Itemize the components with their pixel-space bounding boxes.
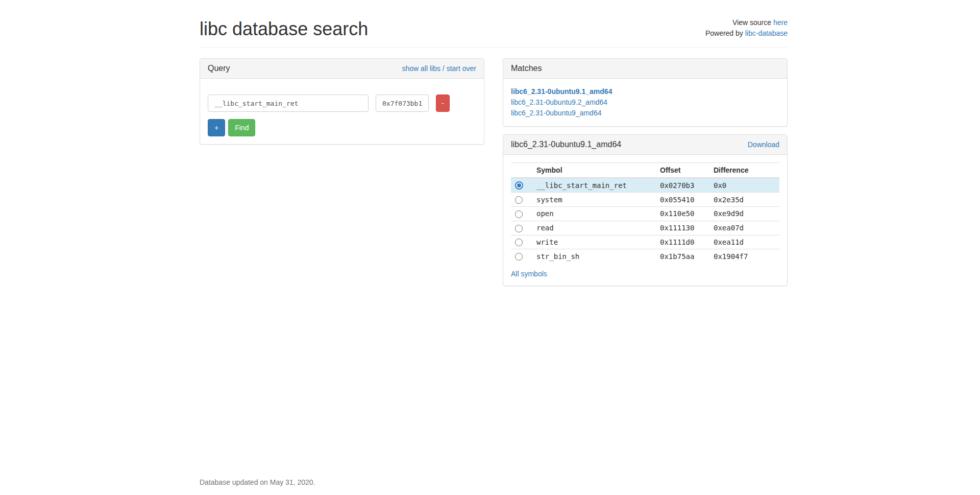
- source-info: View source here Powered by libc-databas…: [705, 10, 788, 47]
- all-symbols-line: All symbols: [511, 270, 779, 278]
- query-panel-links: show all libs / start over: [402, 64, 476, 73]
- query-column: Query show all libs / start over - + Fin…: [200, 58, 484, 152]
- powered-by-line: Powered by libc-database: [705, 28, 788, 39]
- page-title: libc database search: [200, 18, 368, 40]
- footer-text: Database updated on May 31, 2020.: [200, 478, 315, 486]
- offset-column-header: Offset: [657, 163, 711, 178]
- match-item[interactable]: libc6_2.31-0ubuntu9.2_amd64: [511, 97, 779, 108]
- symbol-cell: __libc_start_main_ret: [534, 178, 657, 193]
- header-divider: [200, 47, 788, 48]
- add-row-button[interactable]: +: [208, 119, 225, 136]
- symbol-cell: str_bin_sh: [534, 249, 657, 263]
- offset-cell: 0x111130: [657, 221, 711, 235]
- matches-panel-body: libc6_2.31-0ubuntu9.1_amd64 libc6_2.31-0…: [503, 79, 787, 126]
- powered-by-text: Powered by: [705, 29, 745, 37]
- radio-button[interactable]: [515, 181, 523, 190]
- radio-column-header: [511, 163, 534, 178]
- symbols-table-header-row: Symbol Offset Difference: [511, 163, 779, 178]
- radio-button[interactable]: [515, 225, 523, 232]
- query-panel-heading: Query show all libs / start over: [200, 59, 484, 79]
- start-over-link[interactable]: start over: [447, 64, 476, 73]
- query-panel-body: - + Find: [200, 79, 484, 144]
- download-link[interactable]: Download: [748, 140, 779, 149]
- symbol-cell: open: [534, 207, 657, 221]
- radio-button[interactable]: [515, 253, 523, 261]
- match-item[interactable]: libc6_2.31-0ubuntu9.1_amd64: [511, 86, 779, 97]
- query-panel-title: Query: [208, 64, 230, 73]
- difference-cell: 0x1904f7: [711, 249, 779, 263]
- offset-cell: 0x1111d0: [657, 235, 711, 249]
- libc-detail-panel: libc6_2.31-0ubuntu9.1_amd64 Download Sym…: [503, 134, 788, 286]
- difference-cell: 0x0: [711, 178, 779, 193]
- difference-column-header: Difference: [711, 163, 779, 178]
- symbol-row[interactable]: write 0x1111d0 0xea11d: [511, 235, 779, 249]
- symbols-table: Symbol Offset Difference __libc_start_ma…: [511, 162, 779, 263]
- powered-by-link[interactable]: libc-database: [745, 29, 788, 37]
- symbol-row[interactable]: read 0x111130 0xea07d: [511, 221, 779, 235]
- match-item[interactable]: libc6_2.31-0ubuntu9_amd64: [511, 108, 779, 119]
- symbol-name-input[interactable]: [208, 95, 369, 112]
- radio-button[interactable]: [515, 196, 523, 204]
- query-panel: Query show all libs / start over - + Fin…: [200, 58, 484, 145]
- links-separator: /: [440, 64, 447, 73]
- query-button-row: + Find: [208, 119, 476, 136]
- find-button[interactable]: Find: [228, 119, 255, 136]
- view-source-line: View source here: [705, 17, 788, 28]
- libc-detail-heading: libc6_2.31-0ubuntu9.1_amd64 Download: [503, 135, 787, 155]
- offset-cell: 0x1b75aa: [657, 249, 711, 263]
- difference-cell: 0xe9d9d: [711, 207, 779, 221]
- matches-panel-heading: Matches: [503, 59, 787, 79]
- page-header: libc database search View source here Po…: [200, 0, 788, 47]
- content-row: Query show all libs / start over - + Fin…: [200, 58, 788, 294]
- matches-panel: Matches libc6_2.31-0ubuntu9.1_amd64 libc…: [503, 58, 788, 127]
- symbol-cell: system: [534, 193, 657, 207]
- difference-cell: 0xea11d: [711, 235, 779, 249]
- matches-panel-title: Matches: [511, 64, 542, 73]
- symbol-cell: write: [534, 235, 657, 249]
- remove-row-button[interactable]: -: [436, 95, 450, 112]
- view-source-text: View source: [732, 18, 773, 27]
- symbol-cell: read: [534, 221, 657, 235]
- symbol-column-header: Symbol: [534, 163, 657, 178]
- results-column: Matches libc6_2.31-0ubuntu9.1_amd64 libc…: [503, 58, 788, 294]
- symbol-address-input[interactable]: [376, 95, 429, 112]
- symbol-row[interactable]: system 0x055410 0x2e35d: [511, 193, 779, 207]
- radio-button[interactable]: [515, 239, 523, 246]
- offset-cell: 0x110e50: [657, 207, 711, 221]
- difference-cell: 0xea07d: [711, 221, 779, 235]
- main-container: libc database search View source here Po…: [200, 0, 788, 294]
- difference-cell: 0x2e35d: [711, 193, 779, 207]
- view-source-link[interactable]: here: [773, 18, 788, 27]
- all-symbols-link[interactable]: All symbols: [511, 270, 547, 278]
- offset-cell: 0x055410: [657, 193, 711, 207]
- symbol-row[interactable]: open 0x110e50 0xe9d9d: [511, 207, 779, 221]
- show-all-libs-link[interactable]: show all libs: [402, 64, 440, 73]
- symbol-row[interactable]: str_bin_sh 0x1b75aa 0x1904f7: [511, 249, 779, 263]
- query-input-row: -: [208, 95, 476, 112]
- offset-cell: 0x0270b3: [657, 178, 711, 193]
- symbol-row[interactable]: __libc_start_main_ret 0x0270b3 0x0: [511, 178, 779, 193]
- radio-button[interactable]: [515, 210, 523, 218]
- libc-detail-title: libc6_2.31-0ubuntu9.1_amd64: [511, 140, 621, 149]
- libc-detail-body: Symbol Offset Difference __libc_start_ma…: [503, 155, 787, 286]
